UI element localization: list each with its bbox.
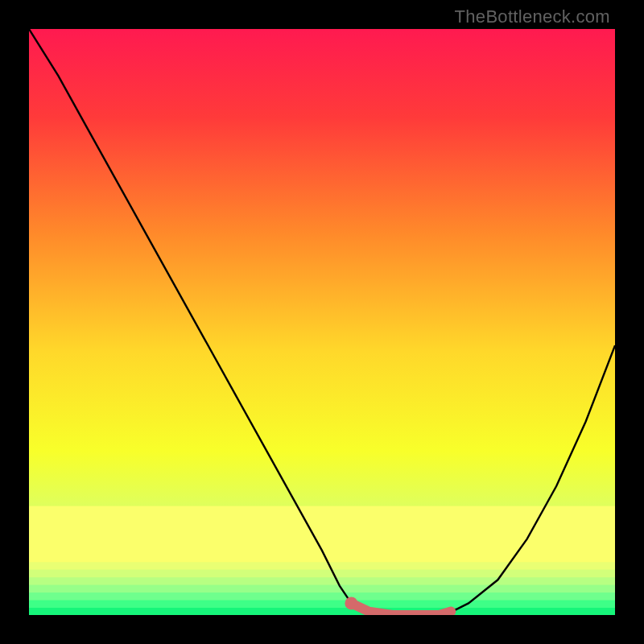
band — [29, 608, 615, 615]
optimal-marker-start — [345, 597, 357, 609]
band — [29, 506, 615, 563]
band — [29, 584, 615, 592]
band — [29, 569, 615, 577]
band — [29, 577, 615, 585]
chart-svg — [29, 29, 615, 615]
band — [29, 600, 615, 608]
watermark-text: TheBottleneck.com — [455, 6, 610, 27]
band — [29, 592, 615, 601]
bottom-bands — [29, 506, 615, 615]
plot-area — [29, 29, 615, 615]
chart-container: TheBottleneck.com — [0, 0, 644, 644]
band — [29, 562, 615, 570]
